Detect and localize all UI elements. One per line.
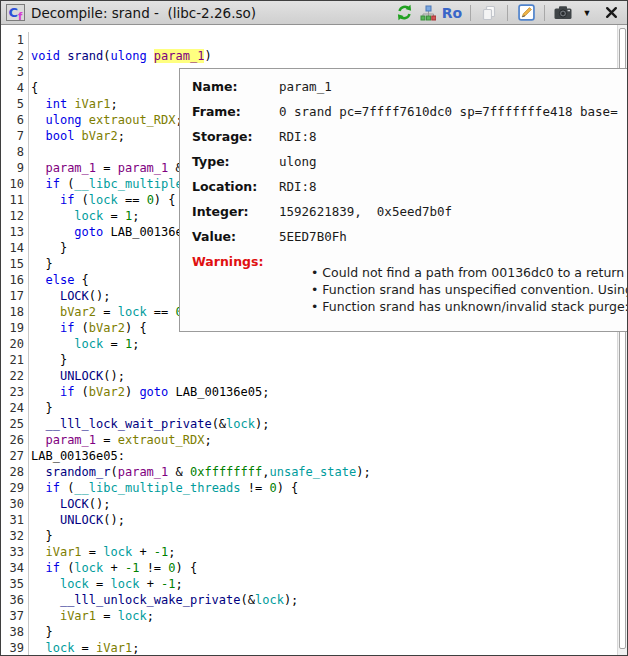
code-token[interactable]: iVar1 [45, 545, 81, 559]
code-token[interactable]: int [45, 97, 67, 111]
edit-button[interactable] [516, 3, 536, 23]
code-token[interactable]: LAB_00136e05 [31, 449, 118, 463]
snapshot-button[interactable] [553, 3, 573, 23]
code-token[interactable]: param_1 [45, 433, 96, 447]
tooltip-row: Name:param_1 [192, 79, 628, 104]
code-token[interactable]: bVar2 [89, 385, 125, 399]
code-token[interactable]: lock [226, 417, 255, 431]
code-text: LAB_00136e05: [29, 448, 125, 464]
code-token[interactable]: 0 [168, 561, 175, 575]
code-token[interactable]: lock [103, 545, 132, 559]
code-token[interactable]: iVar1 [60, 609, 96, 623]
line-number: 27 [1, 448, 29, 464]
code-line[interactable]: 22 UNLOCK(); [1, 368, 627, 384]
code-token: ; [132, 641, 139, 655]
code-line[interactable]: 2void srand(ulong param_1) [1, 48, 627, 64]
code-line[interactable]: 27LAB_00136e05: [1, 448, 627, 464]
code-line[interactable]: 38 } [1, 624, 627, 640]
code-token[interactable]: bVar2 [60, 305, 96, 319]
code-token[interactable]: LOCK [60, 497, 89, 511]
code-token[interactable]: param_1 [118, 161, 169, 175]
code-token[interactable]: -1 [154, 545, 168, 559]
code-token: != [139, 561, 168, 575]
code-token [31, 577, 60, 591]
code-token[interactable]: if [60, 321, 74, 335]
code-line[interactable]: 1 [1, 32, 627, 48]
code-token[interactable]: lock [74, 337, 103, 351]
refresh-button[interactable] [394, 3, 414, 23]
code-line[interactable]: 29 if (__libc_multiple_threads != 0) { [1, 480, 627, 496]
code-token[interactable]: lock [45, 641, 74, 655]
code-line[interactable]: 33 iVar1 = lock + -1; [1, 544, 627, 560]
code-token[interactable]: lock [255, 593, 284, 607]
code-token[interactable]: unsafe_state [269, 465, 356, 479]
code-token[interactable]: bVar2 [89, 321, 125, 335]
code-token[interactable]: bVar2 [82, 129, 118, 143]
code-token[interactable]: goto [74, 225, 103, 239]
code-line[interactable]: 24 } [1, 400, 627, 416]
code-token[interactable]: param_1 [45, 161, 96, 175]
code-line[interactable]: 26 param_1 = extraout_RDX; [1, 432, 627, 448]
code-line[interactable]: 39 lock = iVar1; [1, 640, 627, 656]
code-token[interactable]: lock [74, 561, 103, 575]
code-token[interactable]: srand [67, 49, 103, 63]
code-token[interactable]: 0 [147, 193, 154, 207]
code-token[interactable]: UNLOCK [60, 369, 103, 383]
code-token[interactable]: 0xffffffff [190, 465, 262, 479]
code-line[interactable]: 21 } [1, 352, 627, 368]
code-token[interactable]: extraout_RDX [89, 113, 176, 127]
code-line[interactable]: 35 lock = lock + -1; [1, 576, 627, 592]
code-token[interactable]: LAB_00136e05 [176, 385, 263, 399]
code-line[interactable]: 25 __lll_lock_wait_private(&lock); [1, 416, 627, 432]
graph-button[interactable] [418, 3, 438, 23]
code-token[interactable]: param_1 [118, 465, 169, 479]
code-token[interactable]: iVar1 [96, 641, 132, 655]
code-token[interactable]: lock [74, 209, 103, 223]
rename-button[interactable]: Ro [442, 3, 462, 23]
code-token[interactable]: __libc_multiple_threads [74, 481, 240, 495]
code-line[interactable]: 36 __lll_unlock_wake_private(&lock); [1, 592, 627, 608]
code-line[interactable]: 37 iVar1 = lock; [1, 608, 627, 624]
code-token[interactable]: lock [118, 609, 147, 623]
code-token[interactable]: ulong [111, 49, 147, 63]
code-token[interactable]: goto [139, 385, 168, 399]
code-line[interactable]: 31 UNLOCK(); [1, 512, 627, 528]
code-token[interactable]: if [60, 193, 74, 207]
code-token[interactable]: void [31, 49, 60, 63]
code-token[interactable]: lock [60, 577, 89, 591]
line-number: 24 [1, 400, 29, 416]
tooltip-label: Value: [192, 229, 279, 244]
code-token[interactable]: bool [45, 129, 74, 143]
code-token[interactable]: iVar1 [74, 97, 110, 111]
code-token[interactable]: lock [118, 305, 147, 319]
code-token[interactable]: if [45, 481, 59, 495]
code-line[interactable]: 30 LOCK(); [1, 496, 627, 512]
code-token[interactable]: if [45, 177, 59, 191]
code-token[interactable]: __lll_lock_wait_private [45, 417, 211, 431]
code-token[interactable]: extraout_RDX [118, 433, 205, 447]
code-token[interactable]: LOCK [60, 289, 89, 303]
code-token[interactable]: srandom_r [45, 465, 110, 479]
code-line[interactable]: 28 srandom_r(param_1 & 0xffffffff,unsafe… [1, 464, 627, 480]
code-token[interactable]: ulong [45, 113, 81, 127]
highlighted-token[interactable]: param_1 [154, 49, 205, 63]
code-token[interactable]: UNLOCK [60, 513, 103, 527]
code-line[interactable]: 32 } [1, 528, 627, 544]
code-line[interactable]: 23 if (bVar2) goto LAB_00136e05; [1, 384, 627, 400]
code-token[interactable]: else [45, 273, 74, 287]
code-line[interactable]: 20 lock = 1; [1, 336, 627, 352]
code-token[interactable]: lock [89, 193, 118, 207]
dropdown-button[interactable]: ▼ [577, 3, 597, 23]
code-token[interactable]: 0 [269, 481, 276, 495]
tooltip-row: Value:5EED7B0Fh [192, 229, 628, 254]
code-token[interactable]: -1 [161, 577, 175, 591]
code-token[interactable]: if [60, 385, 74, 399]
code-token[interactable]: if [45, 561, 59, 575]
close-button[interactable] [601, 3, 621, 23]
code-token[interactable]: __lll_unlock_wake_private [60, 593, 241, 607]
code-token[interactable]: -1 [125, 561, 139, 575]
copy-button[interactable] [479, 3, 499, 23]
warning-item: Could not find a path from 00136dc0 to a… [311, 264, 628, 281]
code-line[interactable]: 34 if (lock + -1 != 0) { [1, 560, 627, 576]
code-token[interactable]: lock [111, 577, 140, 591]
